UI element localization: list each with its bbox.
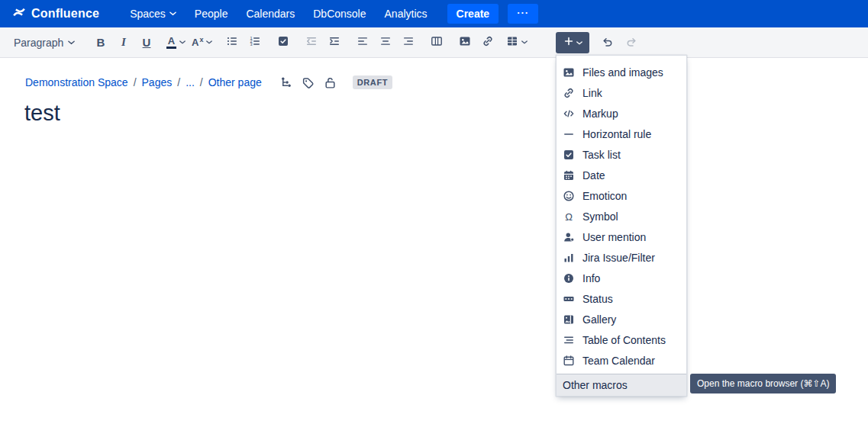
undo-button[interactable] (597, 32, 618, 53)
status-icon (563, 293, 575, 305)
labels-icon[interactable] (302, 76, 315, 89)
svg-text:Ω: Ω (565, 210, 573, 222)
nav-people[interactable]: People (186, 3, 237, 24)
menu-item-label: Horizontal rule (582, 128, 651, 140)
page-layout-button[interactable] (426, 32, 447, 53)
create-button[interactable]: Create (447, 4, 499, 24)
draft-status-badge: DRAFT (353, 75, 392, 89)
bullet-list-button[interactable] (221, 32, 243, 53)
menu-item-label: Emoticon (582, 190, 627, 202)
chevron-down-icon (179, 40, 186, 44)
text-color-dropdown[interactable]: A (164, 32, 188, 53)
table-icon (506, 35, 518, 50)
numbered-list-icon: 123 (249, 35, 261, 50)
menu-item-label: Symbol (582, 210, 618, 223)
symbol-omega-icon: Ω (563, 210, 575, 223)
align-right-icon (402, 35, 415, 50)
menu-item-other-macros[interactable]: Other macros (557, 374, 686, 396)
menu-item-label: Date (582, 169, 605, 181)
paragraph-style-dropdown[interactable]: Paragraph (9, 32, 79, 53)
italic-button[interactable]: I (113, 32, 134, 53)
menu-item-horizontal-rule[interactable]: Horizontal rule (557, 124, 686, 144)
menu-item-symbol[interactable]: Ω Symbol (557, 206, 686, 226)
menu-item-date[interactable]: Date (557, 165, 686, 185)
team-calendar-icon (563, 355, 575, 367)
menu-item-table-of-contents[interactable]: Table of Contents (557, 329, 686, 350)
breadcrumb-pages-link[interactable]: Pages (142, 76, 173, 88)
page-title[interactable]: test (24, 101, 60, 126)
breadcrumb-space-link[interactable]: Demonstration Space (25, 76, 128, 88)
menu-item-label: Link (582, 87, 602, 99)
task-list-icon (563, 149, 575, 161)
menu-item-jira[interactable]: Jira Issue/Filter (557, 247, 686, 268)
chevron-down-icon (169, 11, 176, 16)
menu-item-info[interactable]: Info (557, 268, 686, 288)
menu-item-link[interactable]: Link (557, 82, 686, 103)
menu-item-task-list[interactable]: Task list (557, 144, 686, 165)
editor-toolbar: Paragraph B I U A Ax (0, 27, 868, 58)
menu-item-markup[interactable]: Markup (557, 103, 686, 124)
insert-table-dropdown[interactable] (504, 32, 530, 53)
underline-label: U (143, 36, 151, 49)
insert-link-button[interactable] (477, 32, 499, 53)
align-center-button[interactable] (375, 32, 396, 53)
align-left-button[interactable] (352, 32, 373, 53)
restrictions-unlock-icon[interactable] (324, 76, 337, 89)
menu-item-label: Files and images (582, 66, 663, 79)
numbered-list-button[interactable]: 123 (244, 32, 266, 53)
menu-item-emoticon[interactable]: Emoticon (557, 185, 686, 206)
indent-button[interactable] (324, 32, 345, 53)
breadcrumb-separator: / (200, 76, 203, 88)
task-list-button[interactable] (273, 32, 294, 53)
confluence-home-link[interactable]: Confluence (12, 5, 99, 22)
align-right-button[interactable] (398, 32, 419, 53)
nav-dbconsole-label: DbConsole (313, 8, 366, 20)
align-center-icon (379, 35, 392, 50)
nav-analytics-label: Analytics (385, 8, 428, 20)
text-color-letter: A (168, 37, 175, 46)
chevron-down-icon (521, 40, 528, 44)
gallery-icon (563, 313, 575, 326)
menu-item-status[interactable]: Status (557, 288, 686, 309)
image-icon (459, 35, 471, 50)
breadcrumb-parent-page-link[interactable]: Other page (208, 76, 262, 88)
menu-item-gallery[interactable]: Gallery (557, 309, 686, 329)
more-formatting-dropdown[interactable]: Ax (189, 32, 215, 53)
bold-label: B (97, 36, 105, 49)
page-tree-icon[interactable] (279, 76, 292, 89)
page-layout-icon (430, 35, 444, 50)
nav-analytics[interactable]: Analytics (376, 3, 437, 24)
menu-item-files-and-images[interactable]: Files and images (557, 62, 686, 82)
menu-item-user-mention[interactable]: User mention (557, 226, 686, 247)
redo-button[interactable] (621, 32, 642, 53)
page-meta-icons (279, 76, 337, 89)
insert-files-button[interactable] (454, 32, 476, 53)
bold-button[interactable]: B (90, 32, 111, 53)
horizontal-rule-icon (563, 128, 575, 140)
insert-dropdown-menu: Files and images Link Markup Horizontal … (556, 55, 687, 397)
nav-dbconsole[interactable]: DbConsole (304, 3, 375, 24)
svg-text:3: 3 (250, 42, 253, 47)
undo-icon (602, 36, 614, 50)
toc-icon (563, 334, 575, 346)
redo-icon (625, 36, 637, 50)
macro-browser-tooltip: Open the macro browser (⌘⇧A) (690, 374, 836, 393)
task-icon (277, 35, 289, 50)
nav-calendars[interactable]: Calendars (237, 3, 304, 24)
bullet-list-icon (226, 35, 238, 50)
nav-people-label: People (195, 8, 228, 20)
nav-spaces[interactable]: Spaces (121, 3, 186, 24)
image-icon (563, 66, 575, 79)
link-icon (482, 35, 494, 50)
header-more-button[interactable]: ··· (508, 4, 538, 24)
brand-name: Confluence (31, 7, 99, 21)
link-icon (563, 87, 575, 99)
menu-item-team-calendar[interactable]: Team Calendar (557, 350, 686, 371)
menu-item-label: Team Calendar (582, 355, 655, 367)
underline-button[interactable]: U (136, 32, 157, 53)
outdent-button[interactable] (301, 32, 322, 53)
breadcrumb-ellipsis-link[interactable]: ... (186, 76, 195, 88)
insert-more-content-button[interactable] (556, 32, 589, 53)
chevron-down-icon (206, 40, 212, 44)
jira-icon (563, 252, 575, 264)
